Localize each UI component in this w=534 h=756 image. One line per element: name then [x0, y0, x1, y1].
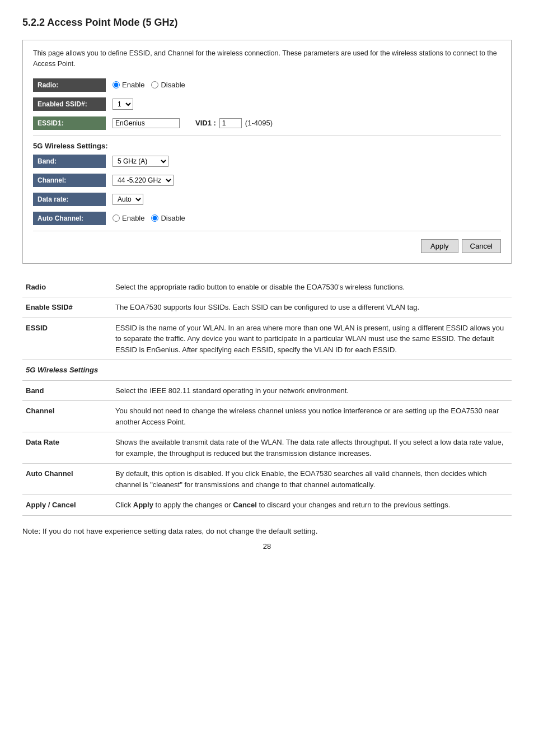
radio-disable-label[interactable]: Disable: [151, 81, 185, 89]
enabled-ssid-row: Enabled SSID#: 1 2 3 4: [33, 96, 501, 112]
desc-detail-band: Select the IEEE 802.11 standard operatin…: [112, 380, 512, 401]
auto-channel-enable[interactable]: [113, 214, 120, 222]
radio-enable[interactable]: [113, 81, 120, 88]
desc-detail-ssid: The EOA7530 supports four SSIDs. Each SS…: [112, 297, 512, 318]
desc-term-essid: ESSID: [22, 318, 112, 360]
data-rate-label: Data rate:: [33, 193, 106, 206]
cancel-button[interactable]: Cancel: [462, 239, 501, 253]
desc-detail-apply-cancel: Click Apply to apply the changes or Canc…: [112, 495, 512, 516]
auto-channel-disable-text: Disable: [161, 214, 185, 222]
data-rate-row: Data rate: Auto 6 9 12 18 24 36 48 54: [33, 192, 501, 207]
desc-term-datarate: Data Rate: [22, 432, 112, 464]
config-panel: This page allows you to define ESSID, an…: [22, 40, 512, 264]
auto-channel-value: Enable Disable: [113, 214, 185, 222]
5g-section-title: 5G Wireless Settings:: [33, 142, 501, 150]
desc-detail-radio: Select the appropriate radio button to e…: [112, 277, 512, 297]
enabled-ssid-select[interactable]: 1 2 3 4: [113, 99, 133, 110]
essid1-input[interactable]: [113, 118, 180, 128]
vid-label: VID1 :: [195, 119, 216, 127]
essid1-value: VID1 : (1-4095): [113, 118, 273, 128]
section-divider-1: [33, 136, 501, 136]
data-rate-value: Auto 6 9 12 18 24 36 48 54: [113, 194, 143, 205]
desc-detail-5g: [112, 360, 512, 381]
band-value: 5 GHz (A) 5 GHz (N) 5 GHz (A+N): [113, 156, 168, 167]
page-title: 5.2.2 Access Point Mode (5 GHz): [22, 17, 512, 29]
desc-term-5g: 5G Wireless Settings: [22, 360, 112, 381]
desc-row-essid: ESSID ESSID is the name of your WLAN. In…: [22, 318, 512, 360]
radio-group: Enable Disable: [113, 81, 185, 89]
radio-enable-label[interactable]: Enable: [113, 81, 144, 89]
radio-label: Radio:: [33, 78, 106, 92]
desc-detail-channel: You should not need to change the wirele…: [112, 401, 512, 432]
channel-label: Channel:: [33, 174, 106, 187]
enabled-ssid-value: 1 2 3 4: [113, 99, 133, 110]
band-label: Band:: [33, 155, 106, 168]
desc-detail-datarate: Shows the available transmit data rate o…: [112, 432, 512, 464]
desc-term-apply-cancel: Apply / Cancel: [22, 495, 112, 516]
channel-select[interactable]: 44 -5.220 GHz 36 -5.180 GHz 40 -5.200 GH…: [113, 175, 174, 186]
desc-detail-essid: ESSID is the name of your WLAN. In an ar…: [112, 318, 512, 360]
auto-channel-enable-text: Enable: [122, 214, 144, 222]
data-rate-select[interactable]: Auto 6 9 12 18 24 36 48 54: [113, 194, 143, 205]
enabled-ssid-label: Enabled SSID#:: [33, 97, 106, 111]
desc-row-ssid: Enable SSID# The EOA7530 supports four S…: [22, 297, 512, 318]
radio-row: Radio: Enable Disable: [33, 77, 501, 93]
channel-value: 44 -5.220 GHz 36 -5.180 GHz 40 -5.200 GH…: [113, 175, 174, 186]
desc-row-datarate: Data Rate Shows the available transmit d…: [22, 432, 512, 464]
desc-term-ssid: Enable SSID#: [22, 297, 112, 318]
radio-enable-text: Enable: [122, 81, 144, 89]
page-number: 28: [22, 542, 512, 550]
vid-range: (1-4095): [245, 119, 273, 127]
button-row: Apply Cancel: [33, 239, 501, 253]
vid-input[interactable]: [219, 118, 242, 128]
band-row: Band: 5 GHz (A) 5 GHz (N) 5 GHz (A+N): [33, 153, 501, 169]
radio-disable[interactable]: [151, 81, 158, 88]
apply-button[interactable]: Apply: [421, 239, 458, 253]
note-text: Note: If you do not have experience sett…: [22, 527, 512, 535]
desc-detail-autochannel: By default, this option is disabled. If …: [112, 464, 512, 495]
section-divider-2: [33, 231, 501, 231]
auto-channel-row: Auto Channel: Enable Disable: [33, 211, 501, 226]
auto-channel-enable-label[interactable]: Enable: [113, 214, 144, 222]
channel-row: Channel: 44 -5.220 GHz 36 -5.180 GHz 40 …: [33, 172, 501, 188]
desc-row-autochannel: Auto Channel By default, this option is …: [22, 464, 512, 495]
auto-channel-disable[interactable]: [151, 214, 158, 222]
radio-disable-text: Disable: [161, 81, 185, 89]
desc-term-band: Band: [22, 380, 112, 401]
vid-group: VID1 : (1-4095): [195, 118, 273, 128]
band-select[interactable]: 5 GHz (A) 5 GHz (N) 5 GHz (A+N): [113, 156, 168, 167]
auto-channel-group: Enable Disable: [113, 214, 185, 222]
desc-row-apply-cancel: Apply / Cancel Click Apply to apply the …: [22, 495, 512, 516]
desc-row-radio: Radio Select the appropriate radio butto…: [22, 277, 512, 297]
essid1-row: ESSID1: VID1 : (1-4095): [33, 115, 501, 131]
desc-row-band: Band Select the IEEE 802.11 standard ope…: [22, 380, 512, 401]
desc-term-autochannel: Auto Channel: [22, 464, 112, 495]
auto-channel-label: Auto Channel:: [33, 212, 106, 225]
config-description: This page allows you to define ESSID, an…: [33, 48, 501, 69]
desc-row-5g-settings: 5G Wireless Settings: [22, 360, 512, 381]
desc-row-channel: Channel You should not need to change th…: [22, 401, 512, 432]
radio-value: Enable Disable: [113, 81, 185, 89]
description-table: Radio Select the appropriate radio butto…: [22, 277, 512, 516]
auto-channel-disable-label[interactable]: Disable: [151, 214, 185, 222]
desc-term-channel: Channel: [22, 401, 112, 432]
desc-term-radio: Radio: [22, 277, 112, 297]
essid1-label: ESSID1:: [33, 116, 106, 130]
